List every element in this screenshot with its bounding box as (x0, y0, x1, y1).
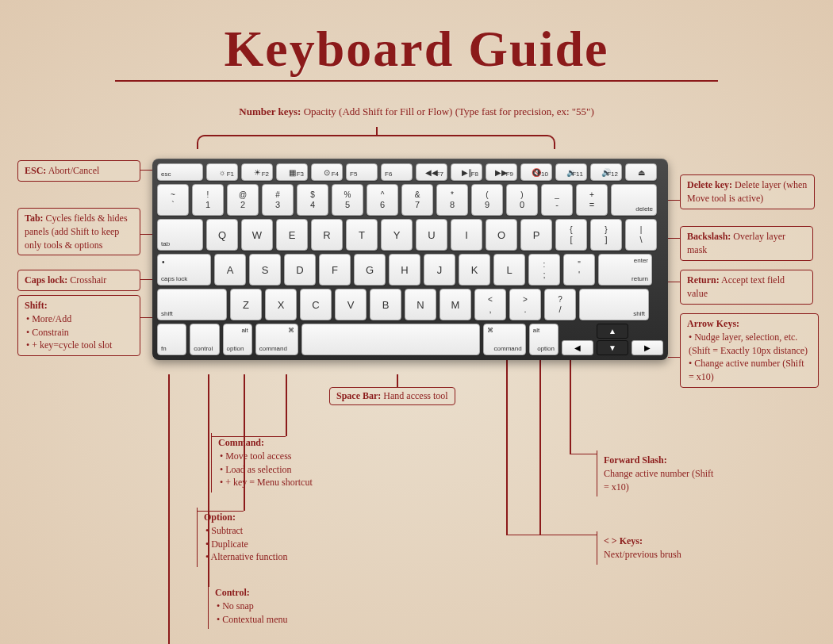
key-f5[interactable]: F5 (346, 163, 378, 181)
key-fn[interactable]: fn (157, 324, 186, 355)
control-item-1: Contextual menu (217, 613, 343, 627)
line-option-h (197, 511, 244, 512)
callout-control: Control: No snap Contextual menu (208, 583, 349, 629)
key-i[interactable]: I (451, 219, 482, 251)
key-o[interactable]: O (486, 219, 517, 251)
key-p[interactable]: P (520, 219, 552, 251)
key-j[interactable]: J (424, 254, 455, 286)
command-item-0: Move tool access (220, 450, 346, 463)
key-1[interactable]: !1 (192, 184, 224, 216)
return-label: Return: (687, 274, 720, 286)
key-5[interactable]: %5 (332, 184, 363, 216)
key-n[interactable]: N (405, 289, 436, 320)
bracket-stem-number-keys (376, 127, 378, 135)
space-label: Space Bar: (336, 390, 381, 401)
key-'[interactable]: "' (563, 254, 595, 286)
key-a[interactable]: A (214, 254, 246, 286)
key-control[interactable]: control (190, 324, 219, 355)
key-s[interactable]: S (249, 254, 281, 286)
key-f2[interactable]: ☀F2 (241, 163, 273, 181)
line-command-h (211, 436, 286, 437)
key-b[interactable]: B (370, 289, 401, 320)
key-`[interactable]: ~` (157, 184, 189, 216)
key-q[interactable]: Q (206, 219, 238, 251)
callout-arrows: Arrow Keys: Nudge layer, selection, etc.… (680, 313, 819, 388)
key-f6[interactable]: F6 (381, 163, 413, 181)
key-return[interactable]: enterreturn (598, 254, 652, 286)
key-,[interactable]: <, (474, 289, 506, 320)
key-delete[interactable]: delete (611, 184, 657, 216)
key-shift-left[interactable]: shift (157, 289, 227, 320)
key-arrow-left[interactable]: ◀ (562, 340, 593, 355)
key-option-left[interactable]: altoption (223, 324, 252, 355)
key-f10[interactable]: 🔇F10 (520, 163, 552, 181)
key-command-left[interactable]: ⌘command (255, 324, 298, 355)
key-][interactable]: }] (590, 219, 622, 251)
callout-delete: Delete key: Delete layer (when Move tool… (680, 174, 815, 209)
key-m[interactable]: M (440, 289, 471, 320)
key-h[interactable]: H (389, 254, 420, 286)
key-t[interactable]: T (346, 219, 378, 251)
key-0[interactable]: )0 (506, 184, 538, 216)
key-z[interactable]: Z (230, 289, 262, 320)
key-shift-right[interactable]: shift (579, 289, 649, 320)
arrows-list: Nudge layer, selection, etc. (Shift = Ex… (689, 331, 812, 384)
key-r[interactable]: R (311, 219, 343, 251)
key-f1[interactable]: ☼F1 (206, 163, 238, 181)
callout-caps: Caps lock: Crosshair (17, 270, 140, 291)
control-list: No snap Contextual menu (217, 600, 343, 627)
key-/[interactable]: ?/ (544, 289, 576, 320)
key-f4[interactable]: ⊙F4 (311, 163, 343, 181)
callout-esc: ESC: Abort/Cancel (17, 160, 140, 182)
key-spacebar[interactable] (301, 324, 480, 355)
key-=[interactable]: += (576, 184, 608, 216)
key-;[interactable]: :; (528, 254, 560, 286)
key--[interactable]: _- (541, 184, 573, 216)
key-arrow-up[interactable]: ▲ (597, 324, 628, 339)
key-7[interactable]: &7 (401, 184, 433, 216)
key-f11[interactable]: 🔉F11 (555, 163, 587, 181)
key-f8[interactable]: ▶∥F8 (451, 163, 482, 181)
key-8[interactable]: *8 (436, 184, 468, 216)
key-w[interactable]: W (241, 219, 273, 251)
key-c[interactable]: C (300, 289, 332, 320)
shift-item-0: More/Add (26, 312, 133, 326)
key-y[interactable]: Y (381, 219, 413, 251)
key-eject[interactable]: ⏏ (625, 163, 657, 181)
key-2[interactable]: @2 (227, 184, 259, 216)
key-[[interactable]: {[ (555, 219, 587, 251)
key-v[interactable]: V (335, 289, 367, 320)
key-3[interactable]: #3 (262, 184, 294, 216)
key-f9[interactable]: ▶▶F9 (486, 163, 517, 181)
callout-shift: Shift: More/Add Constrain + key=cycle to… (17, 295, 140, 356)
key-x[interactable]: X (265, 289, 297, 320)
key-e[interactable]: E (276, 219, 308, 251)
key-.[interactable]: >. (509, 289, 541, 320)
key-command-right[interactable]: ⌘command (483, 324, 526, 355)
key-6[interactable]: ^6 (367, 184, 398, 216)
key-esc[interactable]: esc (157, 163, 203, 181)
option-item-2: Alternative function (205, 550, 332, 564)
key-\[interactable]: |\ (625, 219, 657, 251)
key-f3[interactable]: ▦F3 (276, 163, 308, 181)
key-g[interactable]: G (354, 254, 386, 286)
key-k[interactable]: K (459, 254, 490, 286)
key-arrow-right[interactable]: ▶ (631, 340, 663, 355)
key-capslock[interactable]: •caps lock (157, 254, 211, 286)
key-arrow-down[interactable]: ▼ (597, 340, 628, 355)
key-l[interactable]: L (493, 254, 525, 286)
key-d[interactable]: D (284, 254, 316, 286)
key-u[interactable]: U (416, 219, 447, 251)
key-9[interactable]: (9 (471, 184, 503, 216)
callout-spacebar: Space Bar: Hand access tool (329, 387, 455, 405)
key-f7[interactable]: ◀◀F7 (416, 163, 447, 181)
callout-backslash: Backslash: Overlay layer mask (680, 226, 813, 261)
key-4[interactable]: $4 (297, 184, 328, 216)
key-f[interactable]: F (319, 254, 351, 286)
key-option-right[interactable]: altoption (529, 324, 559, 355)
option-item-1: Duplicate (205, 538, 332, 551)
option-list: Subtract Duplicate Alternative function (205, 524, 332, 564)
key-f12[interactable]: 🔊F12 (590, 163, 622, 181)
bracket-number-keys (197, 135, 555, 149)
key-tab[interactable]: tab (157, 219, 203, 251)
